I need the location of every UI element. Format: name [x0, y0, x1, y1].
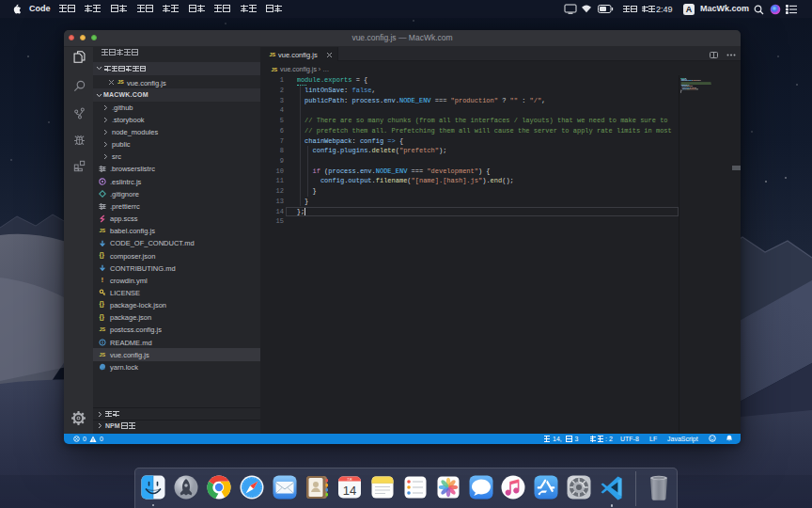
svg-text:14: 14 — [343, 484, 356, 498]
svg-text:7月: 7月 — [347, 478, 352, 482]
